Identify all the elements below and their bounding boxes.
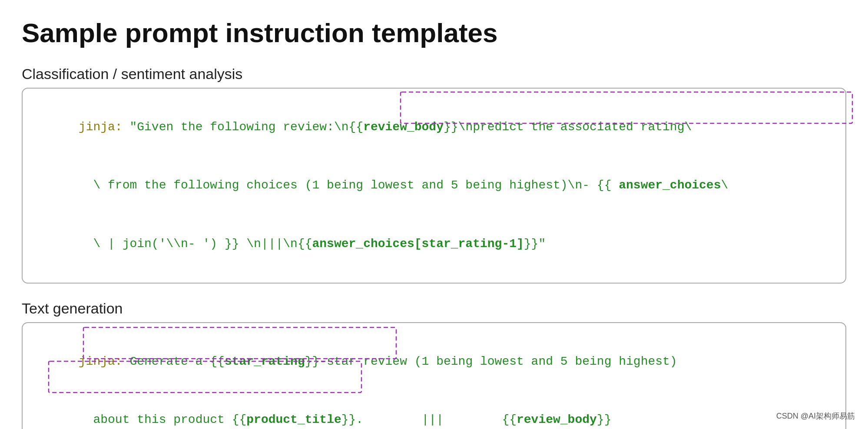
code-box-textgen: jinja: Generate a {{star_rating}}-star r… xyxy=(22,322,846,429)
jinja-label-1: jinja: xyxy=(79,120,130,134)
code-line-tg2: about this product {{product_title}}. ||… xyxy=(35,391,833,429)
code-line-2: \ from the following choices (1 being lo… xyxy=(35,156,833,214)
code-tg-2: about this product {{product_title}}. ||… xyxy=(79,413,612,426)
code-tg-1: Generate a {{star_rating}}-star review (… xyxy=(129,355,677,368)
code-content-2: \ from the following choices (1 being lo… xyxy=(79,178,728,192)
code-content-1a: "Given the following review:\n{{review_b… xyxy=(129,120,692,134)
section-label-classification: Classification / sentiment analysis xyxy=(22,66,846,82)
code-line-3: \ | join('\\n- ') }} \n|||\n{{answer_cho… xyxy=(35,215,833,273)
jinja-label-2: jinja: xyxy=(79,355,130,368)
code-content-3: \ | join('\\n- ') }} \n|||\n{{answer_cho… xyxy=(79,237,546,251)
code-line-1: jinja: "Given the following review:\n{{r… xyxy=(35,98,833,156)
page-title: Sample prompt instruction templates xyxy=(22,17,846,48)
code-line-tg1: jinja: Generate a {{star_rating}}-star r… xyxy=(35,333,833,391)
section-label-textgen: Text generation xyxy=(22,300,846,317)
code-box-classification: jinja: "Given the following review:\n{{r… xyxy=(22,88,846,284)
watermark: CSDN @AI架构师易筋 xyxy=(776,411,855,421)
